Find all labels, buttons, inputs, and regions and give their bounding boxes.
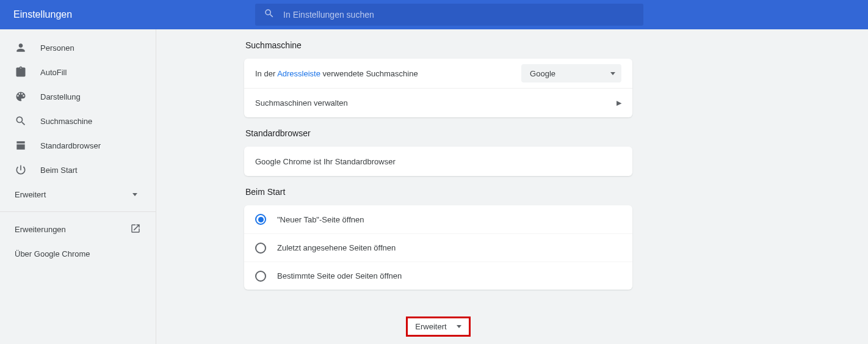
sidebar-item-label: Über Google Chrome <box>15 249 90 258</box>
main-content: Suchmaschine In der Adressleiste verwend… <box>156 29 868 344</box>
addressbar-link[interactable]: Adressleiste <box>277 69 320 78</box>
sidebar-item-label: Beim Start <box>40 166 78 175</box>
on-startup-card: "Neuer Tab"-Seite öffnen Zuletzt angeseh… <box>244 205 632 290</box>
radio-icon <box>255 214 266 225</box>
section-title-on-startup: Beim Start <box>244 176 632 205</box>
browser-icon <box>15 139 27 152</box>
chevron-down-icon <box>457 325 461 328</box>
divider <box>0 211 156 212</box>
radio-icon <box>255 243 266 254</box>
radio-icon <box>255 271 266 282</box>
sidebar-item-label: Erweiterungen <box>15 225 66 234</box>
sidebar-item-label: Erweitert <box>15 190 46 199</box>
button-label: Erweitert <box>415 322 446 331</box>
search-engine-row: In der Adressleiste verwendete Suchmasch… <box>244 59 632 88</box>
sidebar: Personen AutoFill Darstellung Suchmaschi… <box>0 29 156 344</box>
sidebar-item-people[interactable]: Personen <box>0 35 156 60</box>
palette-icon <box>15 90 27 103</box>
sidebar-item-on-startup[interactable]: Beim Start <box>0 158 156 182</box>
app-header: Einstellungen <box>0 0 868 29</box>
advanced-toggle-button[interactable]: Erweitert <box>406 317 470 337</box>
sidebar-item-default-browser[interactable]: Standardbrowser <box>0 133 156 158</box>
search-input[interactable] <box>283 10 635 20</box>
option-label: "Neuer Tab"-Seite öffnen <box>277 215 364 224</box>
sidebar-item-label: Darstellung <box>40 92 81 101</box>
option-label: Bestimmte Seite oder Seiten öffnen <box>277 271 402 280</box>
person-icon <box>15 42 27 54</box>
dropdown-value: Google <box>530 69 555 78</box>
default-browser-card: Google Chrome ist Ihr Standardbrowser <box>244 147 632 176</box>
search-icon <box>264 8 275 21</box>
status-text: Google Chrome ist Ihr Standardbrowser <box>255 157 396 166</box>
default-browser-status-row: Google Chrome ist Ihr Standardbrowser <box>244 147 632 176</box>
search-engine-card: In der Adressleiste verwendete Suchmasch… <box>244 59 632 117</box>
chevron-down-icon <box>610 72 615 75</box>
page-title: Einstellungen <box>13 9 72 20</box>
sidebar-item-label: Standardbrowser <box>40 141 101 150</box>
sidebar-item-label: AutoFill <box>40 68 67 77</box>
sidebar-item-advanced[interactable]: Erweitert <box>0 182 156 207</box>
chevron-down-icon <box>132 193 137 196</box>
magnifier-icon <box>15 115 27 127</box>
search-engine-label: In der Adressleiste verwendete Suchmasch… <box>255 69 418 78</box>
chevron-right-icon: ▶ <box>617 99 621 107</box>
sidebar-item-extensions[interactable]: Erweiterungen <box>0 217 156 241</box>
row-label: Suchmaschinen verwalten <box>255 98 348 108</box>
sidebar-item-search[interactable]: Suchmaschine <box>0 109 156 133</box>
external-link-icon <box>130 223 141 236</box>
sidebar-item-label: Suchmaschine <box>40 117 92 126</box>
sidebar-item-label: Personen <box>40 43 74 53</box>
search-container[interactable] <box>255 4 643 26</box>
sidebar-item-autofill[interactable]: AutoFill <box>0 60 156 84</box>
section-title-default-browser: Standardbrowser <box>244 117 632 147</box>
startup-option-new-tab[interactable]: "Neuer Tab"-Seite öffnen <box>244 205 632 233</box>
sidebar-item-about[interactable]: Über Google Chrome <box>0 241 156 266</box>
search-engine-dropdown[interactable]: Google <box>521 64 621 82</box>
startup-option-specific[interactable]: Bestimmte Seite oder Seiten öffnen <box>244 262 632 290</box>
option-label: Zuletzt angesehene Seiten öffnen <box>277 243 396 252</box>
manage-search-engines-row[interactable]: Suchmaschinen verwalten ▶ <box>244 88 632 117</box>
startup-option-continue[interactable]: Zuletzt angesehene Seiten öffnen <box>244 233 632 262</box>
section-title-search: Suchmaschine <box>244 29 632 59</box>
power-icon <box>15 164 27 176</box>
sidebar-item-appearance[interactable]: Darstellung <box>0 84 156 109</box>
clipboard-icon <box>15 66 27 78</box>
